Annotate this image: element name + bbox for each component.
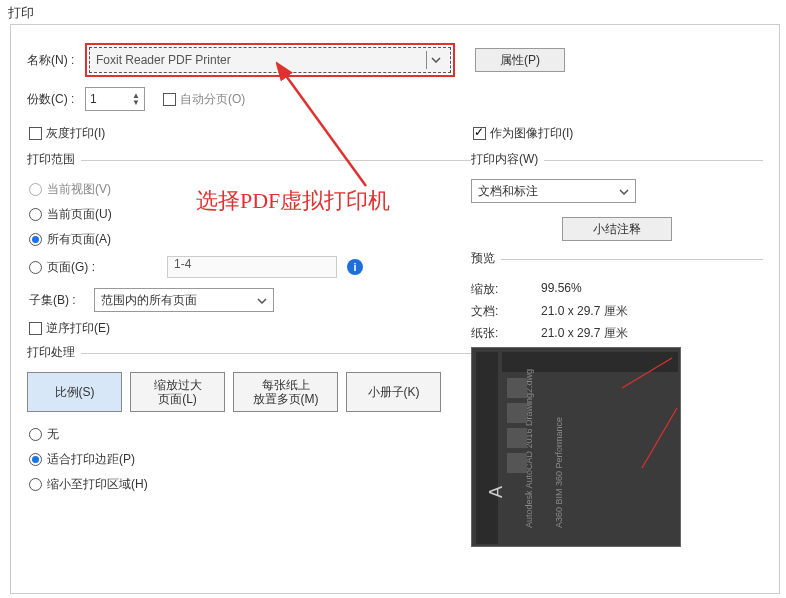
range-divider: 打印范围 bbox=[27, 160, 471, 161]
properties-button[interactable]: 属性(P) bbox=[475, 48, 565, 72]
tab-scale[interactable]: 比例(S) bbox=[27, 372, 122, 412]
range-section-title: 打印范围 bbox=[27, 151, 81, 168]
svg-rect-0 bbox=[472, 348, 681, 547]
preview-doc-label: 文档: bbox=[471, 303, 541, 320]
handling-tabs: 比例(S) 缩放过大 页面(L) 每张纸上 放置多页(M) 小册子(K) bbox=[27, 372, 471, 412]
grayscale-checkbox[interactable] bbox=[29, 127, 42, 140]
spinner-icon[interactable]: ▲▼ bbox=[132, 92, 140, 106]
print-as-image-checkbox[interactable] bbox=[473, 127, 486, 140]
printer-name-label: 名称(N) : bbox=[27, 52, 85, 69]
printer-select[interactable]: Foxit Reader PDF Printer bbox=[89, 47, 451, 73]
radio-all-pages[interactable] bbox=[29, 233, 42, 246]
svg-text:A360   BIM 360   Performance: A360 BIM 360 Performance bbox=[554, 417, 564, 528]
tab-multi[interactable]: 每张纸上 放置多页(M) bbox=[233, 372, 338, 412]
all-pages-label: 所有页面(A) bbox=[47, 231, 111, 248]
collate-label: 自动分页(O) bbox=[180, 91, 245, 108]
opt-none[interactable]: 无 bbox=[29, 426, 471, 443]
preview-paper-value: 21.0 x 29.7 厘米 bbox=[541, 325, 628, 342]
current-page-label: 当前页面(U) bbox=[47, 206, 112, 223]
annotation-note: 选择PDF虚拟打印机 bbox=[196, 186, 390, 216]
chevron-down-icon bbox=[257, 293, 267, 307]
right-column: 作为图像打印(I) 打印内容(W) 文档和标注 小结注释 预览 缩放: bbox=[471, 121, 763, 547]
current-view-label: 当前视图(V) bbox=[47, 181, 111, 198]
radio-none[interactable] bbox=[29, 428, 42, 441]
radio-fit[interactable] bbox=[29, 453, 42, 466]
radio-shrink[interactable] bbox=[29, 478, 42, 491]
left-column: 灰度打印(I) 打印范围 当前视图(V) 当前页面(U) 所有页面(A) 页面(… bbox=[27, 121, 471, 547]
summary-button[interactable]: 小结注释 bbox=[562, 217, 672, 241]
preview-zoom-row: 缩放: 99.56% bbox=[471, 281, 763, 298]
preview-paper-row: 纸张: 21.0 x 29.7 厘米 bbox=[471, 325, 763, 342]
content-divider: 打印内容(W) bbox=[471, 160, 763, 161]
content-value: 文档和标注 bbox=[478, 183, 538, 200]
shrink-label: 缩小至打印区域(H) bbox=[47, 476, 148, 493]
print-dialog-panel: 名称(N) : Foxit Reader PDF Printer 属性(P) 份… bbox=[10, 24, 780, 594]
handling-divider: 打印处理 bbox=[27, 353, 471, 354]
svg-rect-1 bbox=[476, 352, 498, 544]
preview-thumbnail: Autodesk AutoCAD 2016 Drawing2.dwg A360 … bbox=[471, 347, 681, 547]
pages-input[interactable]: 1-4 bbox=[167, 256, 337, 278]
preview-paper-label: 纸张: bbox=[471, 325, 541, 342]
printer-row: 名称(N) : Foxit Reader PDF Printer 属性(P) bbox=[27, 43, 763, 77]
print-as-image-label: 作为图像打印(I) bbox=[490, 125, 573, 142]
preview-zoom-value: 99.56% bbox=[541, 281, 582, 298]
reverse-label: 逆序打印(E) bbox=[46, 320, 110, 337]
pages-label: 页面(G) : bbox=[47, 259, 95, 276]
copies-value: 1 bbox=[90, 92, 97, 106]
content-section-title: 打印内容(W) bbox=[471, 151, 544, 168]
svg-rect-7 bbox=[507, 378, 527, 398]
reverse-checkbox[interactable] bbox=[29, 322, 42, 335]
tab-zoom-big[interactable]: 缩放过大 页面(L) bbox=[130, 372, 225, 412]
opt-pages[interactable]: 页面(G) : 1-4 i bbox=[29, 256, 471, 278]
copies-label: 份数(C) : bbox=[27, 91, 85, 108]
copies-row: 份数(C) : 1 ▲▼ 自动分页(O) bbox=[27, 87, 763, 111]
chevron-down-icon bbox=[426, 51, 444, 69]
columns: 灰度打印(I) 打印范围 当前视图(V) 当前页面(U) 所有页面(A) 页面(… bbox=[27, 121, 763, 547]
svg-rect-10 bbox=[507, 453, 527, 473]
info-icon[interactable]: i bbox=[347, 259, 363, 275]
preview-zoom-label: 缩放: bbox=[471, 281, 541, 298]
collate-checkbox[interactable] bbox=[163, 93, 176, 106]
content-select[interactable]: 文档和标注 bbox=[471, 179, 636, 203]
preview-section-title: 预览 bbox=[471, 250, 501, 267]
opt-fit[interactable]: 适合打印边距(P) bbox=[29, 451, 471, 468]
printer-select-highlight: Foxit Reader PDF Printer bbox=[85, 43, 455, 77]
opt-shrink[interactable]: 缩小至打印区域(H) bbox=[29, 476, 471, 493]
printer-select-value: Foxit Reader PDF Printer bbox=[96, 53, 231, 67]
radio-current-page[interactable] bbox=[29, 208, 42, 221]
copies-input[interactable]: 1 ▲▼ bbox=[85, 87, 145, 111]
svg-rect-8 bbox=[507, 403, 527, 423]
none-label: 无 bbox=[47, 426, 59, 443]
radio-current-view[interactable] bbox=[29, 183, 42, 196]
subset-value: 范围内的所有页面 bbox=[101, 292, 197, 309]
handling-section-title: 打印处理 bbox=[27, 344, 81, 361]
svg-rect-9 bbox=[507, 428, 527, 448]
preview-doc-value: 21.0 x 29.7 厘米 bbox=[541, 303, 628, 320]
tab-booklet[interactable]: 小册子(K) bbox=[346, 372, 441, 412]
chevron-down-icon bbox=[619, 184, 629, 198]
opt-all-pages[interactable]: 所有页面(A) bbox=[29, 231, 471, 248]
preview-doc-row: 文档: 21.0 x 29.7 厘米 bbox=[471, 303, 763, 320]
grayscale-label: 灰度打印(I) bbox=[46, 125, 105, 142]
preview-divider: 预览 bbox=[471, 259, 763, 260]
subset-select[interactable]: 范围内的所有页面 bbox=[94, 288, 274, 312]
subset-label: 子集(B) : bbox=[29, 292, 76, 309]
dialog-title: 打印 bbox=[0, 0, 786, 26]
svg-text:A: A bbox=[486, 486, 506, 498]
radio-pages[interactable] bbox=[29, 261, 42, 274]
fit-label: 适合打印边距(P) bbox=[47, 451, 135, 468]
